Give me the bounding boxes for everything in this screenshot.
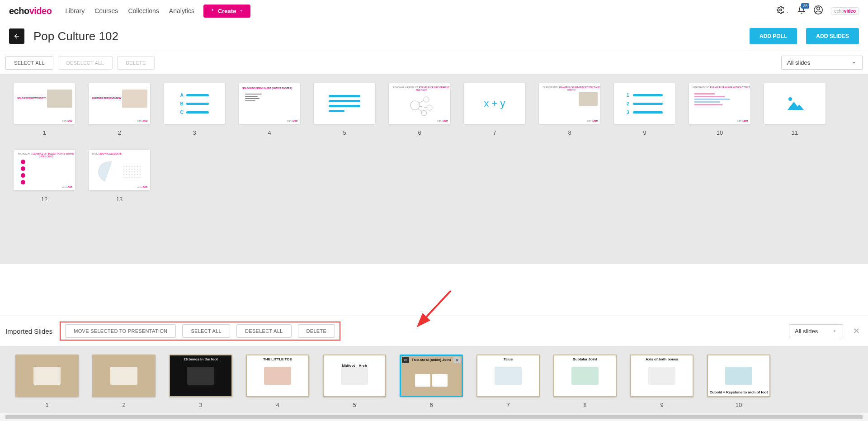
nav-courses[interactable]: Courses	[94, 7, 118, 14]
imported-thumb-2[interactable]	[92, 355, 156, 397]
slide-thumb-6[interactable]: ROADMAP & PRODUCT EXAMPLE OF INFOGRAPHIC…	[389, 83, 450, 124]
slide-cell: ROADMAP & PRODUCT EXAMPLE OF INFOGRAPHIC…	[389, 83, 450, 136]
imported-title: Imported Slides	[5, 327, 52, 335]
top-nav: echovideo Library Courses Collections An…	[0, 0, 868, 22]
slide-cell: x + y 7	[464, 83, 525, 136]
slide-number: 11	[764, 129, 826, 136]
svg-point-0	[779, 9, 782, 11]
add-poll-button[interactable]: ADD POLL	[750, 28, 797, 44]
imported-thumb-10[interactable]: Cuboid = Keystone to arch of foot	[707, 355, 770, 397]
imported-number: 10	[707, 402, 770, 408]
imported-number: 4	[246, 402, 309, 408]
imported-strip[interactable]: 1 2 26 bones in the foot 3 THE LITTLE TO…	[0, 346, 868, 413]
nav-links: Library Courses Collections Analytics	[65, 7, 194, 14]
svg-point-3	[410, 101, 420, 110]
slide-thumb-11[interactable]	[764, 83, 826, 124]
image-placeholder-icon	[786, 97, 804, 110]
imported-thumb-8[interactable]: Subtalar Joint	[553, 355, 617, 397]
imported-number: 8	[553, 402, 617, 408]
slide-thumb-7[interactable]: x + y	[464, 83, 525, 124]
imported-section: Imported Slides MOVE SELECTED TO PRESENT…	[0, 316, 868, 421]
imported-deselect-all-button[interactable]: DESELECT ALL	[236, 324, 292, 338]
slide-cell: SOLO PRESENTATION TITLE echo360 1	[14, 83, 75, 136]
slide-thumb-10[interactable]: INTEGRATIONS EXAMPLE OF IMAGE WITHOUT TE…	[689, 83, 750, 124]
slide-thumb-12[interactable]: HIGHLIGHTS EXAMPLE OF BULLET POINTS WITH…	[14, 150, 75, 190]
topnav-icons: 25 echovideo	[777, 5, 859, 16]
imported-cell: Subtalar Joint 8	[553, 355, 617, 408]
notification-badge: 25	[801, 3, 809, 9]
page-title: Pop Culture 102	[33, 29, 741, 43]
slide-thumb-3[interactable]: A B C	[164, 83, 225, 124]
slide-cell: MISC GRAPHIC ELEMENTS echo360 13	[89, 150, 150, 203]
imported-select-all-button[interactable]: SELECT ALL	[182, 324, 230, 338]
svg-point-6	[421, 110, 427, 116]
svg-line-7	[419, 100, 424, 103]
slide-thumb-13[interactable]: MISC GRAPHIC ELEMENTS echo360	[89, 150, 150, 190]
slide-thumb-4[interactable]: SOLO DISCUSSION GUIDE (NOTICE FOOTER) ec…	[239, 83, 300, 124]
imported-cell: THE LITTLE TOE 4	[246, 355, 309, 408]
svg-line-8	[420, 106, 427, 108]
user-icon[interactable]	[814, 5, 823, 16]
move-selected-button[interactable]: MOVE SELECTED TO PRESENTATION	[65, 324, 176, 338]
close-imported-button[interactable]: ✕	[850, 326, 863, 336]
imported-filter-select[interactable]: All slides	[789, 324, 843, 338]
brand-tag: echovideo	[831, 7, 859, 15]
slide-filter-label: All slides	[787, 59, 810, 66]
bell-icon[interactable]: 25	[797, 6, 806, 16]
slide-cell: 11	[764, 83, 826, 136]
slide-cell: INTEGRATIONS EXAMPLE OF IMAGE WITHOUT TE…	[689, 83, 750, 136]
slide-number: 10	[689, 129, 750, 136]
select-all-button[interactable]: SELECT ALL	[5, 56, 53, 70]
imported-filter-label: All slides	[795, 328, 818, 335]
deselect-all-button[interactable]: DESELECT ALL	[58, 56, 113, 70]
nav-collections[interactable]: Collections	[128, 7, 159, 14]
slide-filter-select[interactable]: All slides	[781, 56, 863, 70]
imported-cell: Axis of both bones 9	[630, 355, 693, 408]
slide-number: 12	[14, 196, 75, 203]
slide-number: 4	[239, 129, 300, 136]
nav-analytics[interactable]: Analytics	[169, 7, 194, 14]
gear-icon[interactable]	[777, 6, 789, 16]
imported-thumb-label: Talo-cural (ankle) Joint	[401, 358, 462, 362]
imported-thumb-1[interactable]	[15, 355, 79, 397]
imported-thumb-label: Midfoot – Arch	[324, 364, 385, 368]
imported-cell: Talus 7	[476, 355, 540, 408]
create-label: Create	[218, 8, 236, 14]
slide-cell: PARTNER PRESENTATION TITLE echo360 2	[89, 83, 150, 136]
logo-video: video	[29, 6, 52, 16]
delete-button[interactable]: DELETE	[117, 56, 155, 70]
slide-thumb-5[interactable]	[314, 83, 375, 124]
nav-library[interactable]: Library	[65, 7, 85, 14]
imported-thumb-4[interactable]: THE LITTLE TOE	[246, 355, 309, 397]
imported-thumb-5[interactable]: Midfoot – Arch	[323, 355, 386, 397]
imported-number: 9	[630, 402, 693, 408]
slide-thumb-9[interactable]: 1 2 3	[614, 83, 675, 124]
svg-point-1	[817, 7, 820, 10]
imported-thumb-9[interactable]: Axis of both bones	[630, 355, 693, 397]
svg-line-9	[418, 109, 422, 112]
slide-thumb-8[interactable]: OUR IDENTITY EXAMPLE OF IMAGE/BODY TEXT …	[539, 83, 600, 124]
imported-thumb-7[interactable]: Talus	[476, 355, 540, 397]
back-button[interactable]	[9, 28, 24, 44]
imported-thumb-3[interactable]: 26 bones in the foot	[169, 355, 232, 397]
add-slides-button[interactable]: ADD SLIDES	[806, 28, 859, 44]
imported-cell: 2	[92, 355, 156, 408]
slide-cell: 5	[314, 83, 375, 136]
create-button[interactable]: Create	[203, 5, 250, 18]
main-toolbar: SELECT ALL DESELECT ALL DELETE All slide…	[0, 51, 868, 74]
imported-thumb-label: Cuboid = Keystone to arch of foot	[708, 390, 769, 394]
slide-number: 8	[539, 129, 600, 136]
chevron-down-icon	[832, 328, 837, 334]
logo[interactable]: echovideo	[9, 6, 52, 16]
horizontal-scrollbar[interactable]	[0, 413, 868, 421]
imported-delete-button[interactable]: DELETE	[298, 324, 335, 338]
present-icon[interactable]: ▭	[402, 357, 409, 363]
imported-thumb-6[interactable]: Talo-cural (ankle) Joint ▭ ✕	[400, 355, 463, 397]
slide-thumb-1[interactable]: SOLO PRESENTATION TITLE echo360	[14, 83, 75, 124]
slide-thumb-2[interactable]: PARTNER PRESENTATION TITLE echo360	[89, 83, 150, 124]
remove-icon[interactable]: ✕	[453, 357, 461, 363]
annotation-highlight: MOVE SELECTED TO PRESENTATION SELECT ALL…	[60, 322, 340, 341]
imported-number: 2	[92, 402, 156, 408]
chevron-down-icon	[239, 8, 244, 14]
slide-number: 6	[389, 129, 450, 136]
